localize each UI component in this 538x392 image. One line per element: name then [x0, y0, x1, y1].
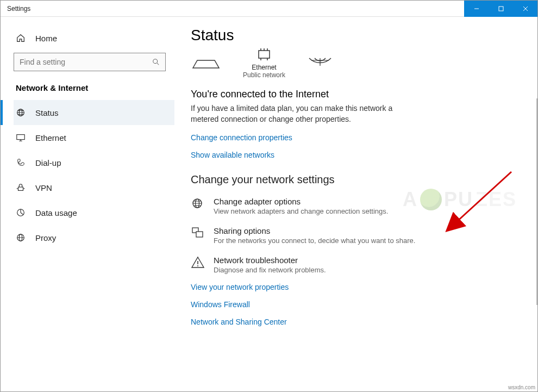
nav-label: Data usage — [35, 208, 77, 217]
category-title: Network & Internet — [16, 83, 174, 92]
diagram-pc-icon — [191, 56, 221, 71]
option-title: Change adapter options — [214, 197, 388, 206]
svg-rect-11 — [259, 51, 270, 58]
ethernet-icon — [254, 48, 274, 63]
globe-icon — [16, 108, 26, 117]
svg-point-7 — [23, 188, 24, 189]
svg-rect-0 — [499, 7, 503, 11]
minimize-button[interactable] — [464, 1, 489, 17]
link-change-connection-properties[interactable]: Change connection properties — [191, 133, 521, 142]
option-title: Sharing options — [214, 226, 415, 235]
diagram-globe-icon — [307, 56, 333, 71]
home-link[interactable]: Home — [14, 28, 174, 53]
nav-label: Status — [35, 108, 59, 117]
connected-heading: You're connected to the Internet — [191, 89, 521, 100]
minimize-icon — [474, 6, 479, 11]
diagram-center: Ethernet Public network — [243, 48, 285, 79]
globe-icon — [191, 197, 205, 211]
nav-item-datausage[interactable]: Data usage — [14, 200, 174, 225]
link-windows-firewall[interactable]: Windows Firewall — [191, 300, 521, 309]
maximize-icon — [498, 6, 504, 11]
svg-point-1 — [153, 59, 158, 64]
nav-label: Proxy — [35, 233, 56, 242]
scrollbar[interactable] — [534, 17, 537, 391]
link-network-sharing-center[interactable]: Network and Sharing Center — [191, 318, 521, 326]
nav-label: VPN — [35, 183, 52, 192]
titlebar: Settings — [1, 1, 537, 17]
option-sharing[interactable]: Sharing options For the networks you con… — [191, 226, 521, 245]
svg-point-6 — [17, 188, 18, 189]
pie-icon — [16, 208, 26, 217]
svg-point-16 — [197, 265, 198, 266]
nav-item-dialup[interactable]: Dial-up — [14, 150, 174, 175]
link-show-available-networks[interactable]: Show available networks — [191, 151, 521, 159]
phone-icon — [16, 158, 26, 167]
source-caption: wsxdn.com — [508, 384, 535, 390]
search-input[interactable] — [20, 58, 145, 66]
search-box[interactable] — [14, 53, 166, 71]
page-title: Status — [191, 27, 521, 44]
nav-list: Status Ethernet Dial-up — [14, 100, 174, 250]
close-icon — [523, 6, 528, 11]
network-diagram: Ethernet Public network — [191, 48, 521, 79]
lock-icon — [16, 183, 26, 192]
nav-item-proxy[interactable]: Proxy — [14, 225, 174, 250]
connected-paragraph: If you have a limited data plan, you can… — [191, 103, 419, 125]
link-view-network-properties[interactable]: View your network properties — [191, 283, 521, 291]
nav-label: Ethernet — [35, 133, 66, 142]
svg-rect-5 — [18, 187, 23, 190]
nav-item-ethernet[interactable]: Ethernet — [14, 125, 174, 150]
maximize-button[interactable] — [489, 1, 513, 17]
window-title: Settings — [1, 5, 30, 13]
option-desc: For the networks you connect to, decide … — [214, 237, 415, 245]
sharing-icon — [191, 226, 205, 240]
option-desc: View network adapters and change connect… — [214, 207, 388, 215]
nav-item-status[interactable]: Status — [14, 100, 174, 125]
home-icon — [16, 33, 26, 43]
option-title: Network troubleshooter — [214, 256, 326, 265]
monitor-icon — [16, 133, 26, 142]
diagram-center-sub: Public network — [243, 71, 285, 79]
nav-label: Dial-up — [35, 158, 61, 167]
search-icon — [152, 58, 160, 66]
option-change-adapter[interactable]: Change adapter options View network adap… — [191, 197, 521, 215]
warning-icon — [191, 256, 205, 270]
content-area: Status Ethernet Public network You're co… — [174, 17, 537, 391]
globe-icon — [16, 233, 26, 242]
option-desc: Diagnose and fix network problems. — [214, 266, 326, 274]
diagram-center-label: Ethernet — [252, 64, 276, 71]
window-controls — [464, 1, 537, 16]
option-troubleshooter[interactable]: Network troubleshooter Diagnose and fix … — [191, 256, 521, 274]
close-button[interactable] — [513, 1, 537, 17]
window-body: Home Network & Internet Status — [1, 17, 537, 391]
home-label: Home — [35, 34, 57, 43]
settings-window: Settings Home — [0, 0, 538, 392]
svg-rect-15 — [196, 232, 203, 237]
svg-rect-4 — [17, 135, 24, 140]
nav-item-vpn[interactable]: VPN — [14, 175, 174, 200]
network-settings-heading: Change your network settings — [191, 173, 521, 186]
scrollbar-thumb[interactable] — [536, 98, 537, 305]
sidebar: Home Network & Internet Status — [1, 17, 174, 391]
